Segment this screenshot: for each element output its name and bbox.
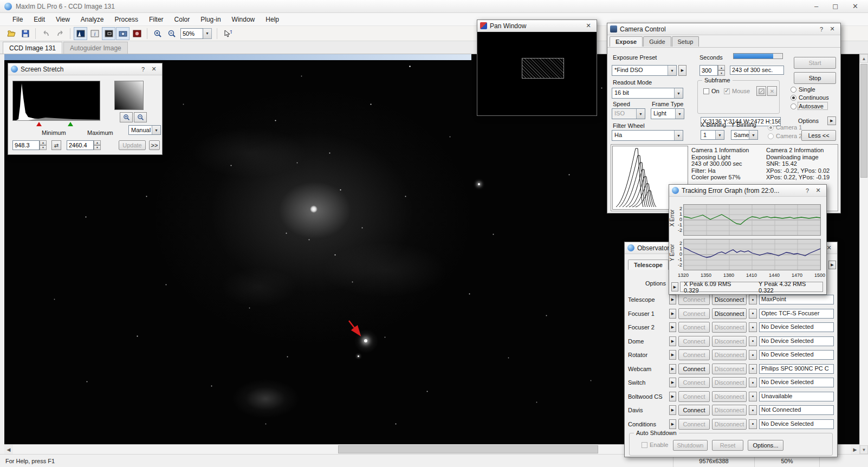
close-button[interactable]: ✕ bbox=[813, 186, 824, 195]
information-window-toggle-button[interactable]: i bbox=[88, 27, 101, 40]
chevron-down-icon[interactable]: ▼ bbox=[715, 131, 724, 139]
connect-button[interactable]: Connect bbox=[678, 364, 710, 374]
pan-window-toggle-button[interactable] bbox=[102, 27, 115, 40]
connect-button[interactable]: Connect bbox=[678, 294, 710, 305]
night-vision-toggle-button[interactable] bbox=[130, 27, 144, 40]
chevron-down-icon[interactable]: ▼ bbox=[675, 109, 684, 119]
scroll-down-icon[interactable]: ▼ bbox=[860, 445, 868, 454]
device-properties-button[interactable]: • bbox=[749, 419, 757, 429]
spin-up-icon[interactable]: ▲ bbox=[94, 140, 101, 145]
tab-expose[interactable]: Expose bbox=[610, 36, 643, 47]
maximum-spinner[interactable]: ▲▼ bbox=[94, 140, 101, 150]
screen-stretch-titlebar[interactable]: Screen Stretch ? ✕ bbox=[8, 63, 162, 75]
disconnect-button[interactable]: Disconnect bbox=[712, 405, 747, 416]
camera-control-toggle-button[interactable] bbox=[116, 27, 129, 40]
reset-button[interactable]: Reset bbox=[712, 440, 743, 451]
tab-autoguider-image[interactable]: Autoguider Image bbox=[63, 42, 128, 54]
histogram-zoom-in-button[interactable] bbox=[120, 112, 133, 122]
vertical-scroll-thumb[interactable] bbox=[860, 64, 867, 178]
seconds-input[interactable] bbox=[699, 65, 718, 76]
close-button[interactable]: ✕ bbox=[583, 22, 594, 30]
tab-telescope[interactable]: Telescope bbox=[628, 260, 669, 270]
maximize-button[interactable]: ◻ bbox=[832, 2, 838, 10]
auto-shutdown-options-button[interactable]: Options... bbox=[748, 440, 783, 451]
menu-item-edit[interactable]: Edit bbox=[29, 14, 50, 25]
redo-button[interactable] bbox=[53, 27, 67, 40]
stretch-mode-combo[interactable]: Manual▼ bbox=[128, 125, 161, 135]
menu-item-process[interactable]: Process bbox=[110, 14, 143, 25]
autosave-radio[interactable] bbox=[791, 103, 796, 109]
zoom-out-button[interactable] bbox=[165, 27, 178, 40]
disconnect-button[interactable]: Disconnect bbox=[712, 391, 747, 402]
disconnect-button[interactable]: Disconnect bbox=[712, 377, 747, 388]
zoom-in-button[interactable] bbox=[151, 27, 164, 40]
menu-item-plugin[interactable]: Plug-in bbox=[196, 14, 225, 25]
minimum-input[interactable] bbox=[12, 140, 40, 150]
screen-stretch-toggle-button[interactable] bbox=[74, 27, 87, 40]
expand-button[interactable]: >> bbox=[149, 140, 160, 150]
menu-item-color[interactable]: Color bbox=[170, 14, 195, 25]
exposure-preset-combo[interactable]: *Find DSO▼ bbox=[612, 65, 677, 76]
help-button[interactable]: ? bbox=[138, 65, 148, 74]
frame-type-combo[interactable]: Light▼ bbox=[651, 108, 684, 119]
pan-preview[interactable] bbox=[477, 32, 597, 115]
tracking-graph-titlebar[interactable]: Tracking Error Graph (from 22:0... ? ✕ bbox=[669, 185, 826, 197]
device-expand-button[interactable]: ▶ bbox=[669, 322, 676, 332]
menu-item-view[interactable]: View bbox=[51, 14, 75, 25]
update-button[interactable]: Update bbox=[119, 140, 146, 150]
connect-button[interactable]: Connect bbox=[678, 405, 710, 416]
maximum-input[interactable] bbox=[67, 140, 94, 150]
options-expand-button[interactable]: ▶ bbox=[827, 116, 836, 125]
device-properties-button[interactable]: • bbox=[749, 378, 757, 387]
tab-scroll-right-button[interactable]: ▶ bbox=[828, 261, 836, 269]
device-expand-button[interactable]: ▶ bbox=[669, 405, 676, 415]
menu-item-help[interactable]: Help bbox=[261, 14, 284, 25]
connect-button[interactable]: Connect bbox=[678, 419, 710, 430]
spin-up-icon[interactable]: ▲ bbox=[718, 65, 725, 70]
device-properties-button[interactable]: • bbox=[749, 405, 757, 415]
device-expand-button[interactable]: ▶ bbox=[669, 392, 676, 401]
connect-button[interactable]: Connect bbox=[678, 377, 710, 388]
disconnect-button[interactable]: Disconnect bbox=[712, 322, 747, 333]
camera2-radio[interactable] bbox=[768, 133, 774, 139]
help-button[interactable]: ? bbox=[802, 186, 813, 195]
minimum-spinner[interactable]: ▲▼ bbox=[40, 140, 47, 150]
connect-button[interactable]: Connect bbox=[678, 336, 710, 347]
device-expand-button[interactable]: ▶ bbox=[669, 295, 676, 304]
device-expand-button[interactable]: ▶ bbox=[669, 336, 676, 346]
chevron-down-icon[interactable]: ▼ bbox=[674, 88, 683, 98]
chevron-down-icon[interactable]: ▼ bbox=[674, 131, 683, 140]
context-help-button[interactable]: ? bbox=[221, 27, 234, 40]
open-button[interactable] bbox=[4, 27, 18, 40]
horizontal-scroll-thumb[interactable] bbox=[338, 445, 598, 453]
zoom-level-combo[interactable]: ▼ bbox=[180, 28, 212, 39]
subframe-set-button[interactable] bbox=[756, 86, 766, 96]
y-binning-combo[interactable]: Same▼ bbox=[731, 130, 758, 140]
device-properties-button[interactable]: • bbox=[749, 350, 757, 360]
chevron-down-icon[interactable]: ▼ bbox=[749, 131, 757, 139]
tab-guide[interactable]: Guide bbox=[643, 36, 671, 47]
disconnect-button[interactable]: Disconnect bbox=[712, 308, 747, 319]
chevron-down-icon[interactable]: ▼ bbox=[636, 109, 645, 119]
maximum-marker[interactable] bbox=[68, 122, 73, 126]
close-button[interactable]: ✕ bbox=[827, 25, 838, 34]
camera-control-titlebar[interactable]: Camera Control ? ✕ bbox=[607, 23, 840, 35]
subframe-mouse-checkbox[interactable] bbox=[724, 88, 730, 94]
scroll-left-icon[interactable]: ◀ bbox=[4, 445, 13, 454]
disconnect-button[interactable]: Disconnect bbox=[712, 349, 747, 360]
menu-item-filter[interactable]: Filter bbox=[144, 14, 169, 25]
readout-mode-combo[interactable]: 16 bit▼ bbox=[612, 88, 683, 99]
subframe-rectangle[interactable] bbox=[522, 58, 564, 79]
subframe-on-checkbox[interactable] bbox=[703, 88, 709, 94]
spin-down-icon[interactable]: ▼ bbox=[94, 145, 101, 150]
device-expand-button[interactable]: ▶ bbox=[669, 378, 676, 387]
scroll-up-icon[interactable]: ▲ bbox=[860, 54, 868, 63]
chevron-down-icon[interactable]: ▼ bbox=[152, 126, 160, 134]
spin-up-icon[interactable]: ▲ bbox=[40, 140, 47, 145]
vertical-scrollbar[interactable]: ▲ ▼ bbox=[859, 54, 868, 454]
close-button[interactable]: ✕ bbox=[148, 65, 159, 74]
spin-down-icon[interactable]: ▼ bbox=[718, 70, 725, 76]
disconnect-button[interactable]: Disconnect bbox=[712, 294, 747, 305]
connect-button[interactable]: Connect bbox=[678, 391, 710, 402]
device-expand-button[interactable]: ▶ bbox=[669, 364, 676, 374]
